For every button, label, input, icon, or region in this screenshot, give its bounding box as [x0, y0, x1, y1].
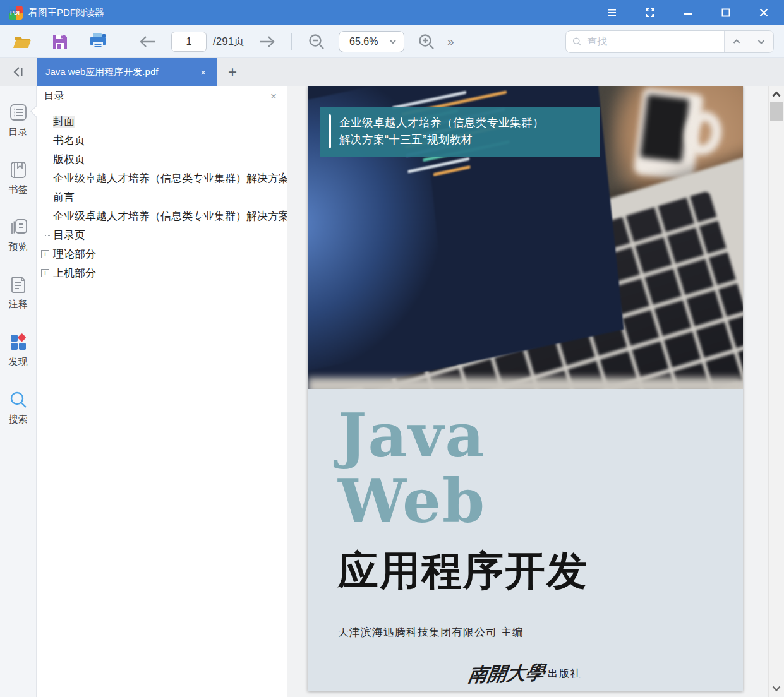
print-button[interactable] — [86, 30, 110, 54]
sidebar-item-discover[interactable]: 发现 — [0, 332, 36, 368]
laptop-front-edge — [308, 378, 743, 389]
search-box[interactable] — [566, 31, 724, 52]
publisher-logotype: 南開大學 — [467, 660, 546, 688]
sidebar-item-bookmarks[interactable]: 书签 — [0, 160, 36, 196]
tab-document[interactable]: Java web应用程序开发.pdf × — [37, 58, 217, 86]
toc-item-series-1[interactable]: 企业级卓越人才培养（信息类专业集群）解决方案“十三五”规划教材 — [37, 169, 287, 188]
find-next-button[interactable] — [749, 31, 773, 52]
toc-item-foreword[interactable]: 前言 — [37, 188, 287, 207]
app-title: 看图王PDF阅读器 — [28, 7, 104, 19]
toc-item-copyright[interactable]: 版权页 — [37, 150, 287, 169]
scrollbar-thumb[interactable] — [770, 102, 783, 121]
publisher-suffix: 出版社 — [548, 668, 582, 679]
app-logo-icon: PDF — [9, 6, 23, 20]
more-tools-button[interactable]: » — [447, 35, 455, 49]
banner-line-1: 企业级卓越人才培养（信息类专业集群） — [339, 114, 544, 131]
discover-icon — [8, 332, 28, 352]
titlebar: PDF 看图王PDF阅读器 — [0, 0, 784, 25]
document-viewer[interactable]: 企业级卓越人才培养（信息类专业集群） 解决方案“十三五”规划教材 Java We… — [287, 86, 784, 697]
scroll-up-icon[interactable] — [769, 88, 784, 100]
toc-item-lab-section[interactable]: + 上机部分 — [37, 264, 287, 283]
chevron-down-icon — [389, 37, 397, 46]
tab-label: Java web应用程序开发.pdf — [45, 66, 198, 78]
next-page-button[interactable] — [255, 30, 279, 54]
book-title-english-line2: Web — [338, 468, 743, 534]
toc-panel-header: 目录 × — [37, 86, 287, 107]
toc-item-theory-section[interactable]: + 理论部分 — [37, 245, 287, 264]
publisher-line: 南開大學出版社 — [308, 661, 743, 687]
minimize-button[interactable] — [680, 5, 696, 20]
book-title-english-line1: Java — [338, 403, 743, 468]
banner-accent-bar — [329, 114, 331, 148]
fullscreen-icon[interactable] — [642, 5, 658, 20]
vertical-scrollbar[interactable] — [768, 86, 784, 697]
toc-panel-title: 目录 — [44, 90, 64, 103]
zoom-level-value: 65.6% — [349, 36, 378, 47]
sidebar-item-annotations[interactable]: 注释 — [0, 275, 36, 311]
sidebar-item-toc[interactable]: 目录 — [0, 102, 36, 138]
toc-item-series-2[interactable]: 企业级卓越人才培养（信息类专业集群）解决方案“十三五”规划教材 — [37, 207, 287, 226]
previous-page-button[interactable] — [136, 30, 160, 54]
sidebar-item-label: 搜索 — [9, 414, 28, 426]
toc-close-icon[interactable]: × — [268, 90, 279, 103]
pdf-page-cover: 企业级卓越人才培养（信息类专业集群） 解决方案“十三五”规划教材 Java We… — [308, 86, 743, 691]
save-button[interactable] — [48, 30, 72, 54]
sidebar-item-label: 书签 — [9, 184, 28, 196]
expand-icon[interactable]: + — [41, 269, 49, 277]
sidebar-item-label: 发现 — [9, 356, 28, 368]
book-cover-lower: Java Web 应用程序开发 天津滨海迅腾科技集团有限公司 主编 南開大學出版… — [308, 389, 743, 691]
toc-item-contents-page[interactable]: 目录页 — [37, 226, 287, 245]
sidebar-item-label: 目录 — [9, 126, 28, 138]
page-number-input[interactable] — [171, 32, 207, 52]
toc-item-cover[interactable]: 封面 — [37, 112, 287, 131]
search-input[interactable] — [587, 36, 718, 47]
toc-item-title-page[interactable]: 书名页 — [37, 131, 287, 150]
close-button[interactable] — [756, 5, 771, 20]
toolbar-separator — [123, 33, 123, 50]
open-file-button[interactable] — [10, 30, 34, 54]
menu-icon[interactable] — [605, 5, 620, 20]
toolbar: /291页 65.6% » — [0, 25, 784, 58]
new-tab-button[interactable]: + — [217, 58, 248, 86]
expand-icon[interactable]: + — [41, 250, 49, 258]
sidebar-item-search[interactable]: 搜索 — [0, 390, 36, 426]
search-group — [565, 30, 774, 53]
book-title-chinese: 应用程序开发 — [338, 544, 743, 599]
annotation-icon — [8, 275, 28, 295]
sidebar-rail: 目录 书签 预览 — [0, 86, 37, 697]
find-previous-button[interactable] — [724, 31, 749, 52]
tab-close-icon[interactable]: × — [198, 67, 208, 78]
collapse-sidebar-button[interactable] — [0, 58, 37, 86]
search-panel-icon — [8, 390, 28, 410]
sidebar-item-label: 预览 — [9, 241, 28, 253]
scroll-down-icon[interactable] — [769, 683, 784, 694]
pdf-reader-window: PDF 看图王PDF阅读器 — [0, 0, 784, 697]
tabbar: Java web应用程序开发.pdf × + — [0, 58, 784, 86]
sidebar-item-label: 注释 — [9, 299, 28, 311]
page-count-label: /291页 — [213, 34, 244, 49]
laptop-photo: 企业级卓越人才培养（信息类专业集群） 解决方案“十三五”规划教材 — [308, 86, 743, 389]
zoom-level-select[interactable]: 65.6% — [339, 31, 404, 52]
toc-tree: 封面 书名页 版权页 企业级卓越人才培养（信息类专业集群）解决方案“十三五”规划… — [37, 107, 287, 697]
sidebar-item-preview[interactable]: 预览 — [0, 217, 36, 253]
series-banner: 企业级卓越人才培养（信息类专业集群） 解决方案“十三五”规划教材 — [320, 107, 600, 157]
banner-line-2: 解决方案“十三五”规划教材 — [339, 131, 544, 148]
zoom-in-button[interactable] — [414, 30, 438, 54]
zoom-out-button[interactable] — [305, 30, 329, 54]
toc-icon — [8, 102, 28, 122]
search-icon — [572, 36, 582, 47]
book-author: 天津滨海迅腾科技集团有限公司 主编 — [338, 625, 743, 640]
maximize-button[interactable] — [718, 5, 733, 20]
pages-preview-icon — [8, 217, 28, 237]
bookmark-icon — [8, 160, 28, 180]
toolbar-separator — [291, 33, 292, 50]
toc-panel: 目录 × 封面 书名页 版权页 企业级卓越人才培养（信息类专业集群）解决方案“十… — [37, 86, 287, 697]
